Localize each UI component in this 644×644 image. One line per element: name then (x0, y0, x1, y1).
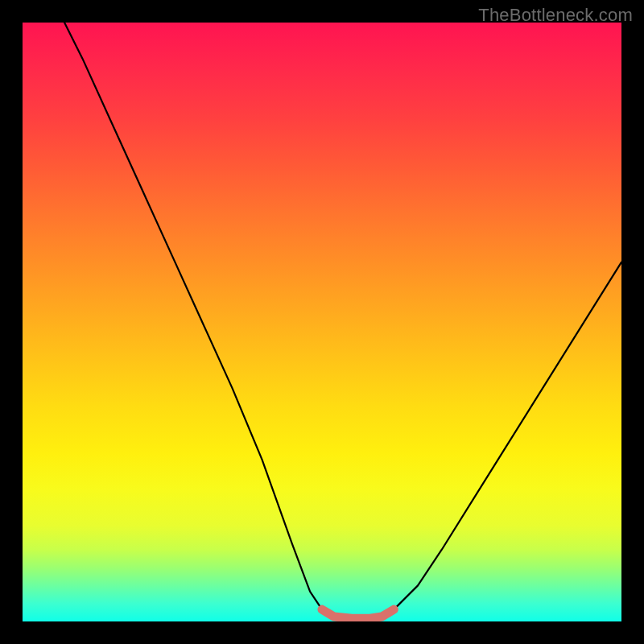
plot-area (23, 23, 621, 621)
watermark-text: TheBottleneck.com (478, 5, 633, 26)
bottleneck-curve (64, 23, 621, 618)
curve-layer (23, 23, 621, 621)
chart-frame: TheBottleneck.com (0, 0, 644, 644)
flat-highlight (322, 609, 394, 618)
